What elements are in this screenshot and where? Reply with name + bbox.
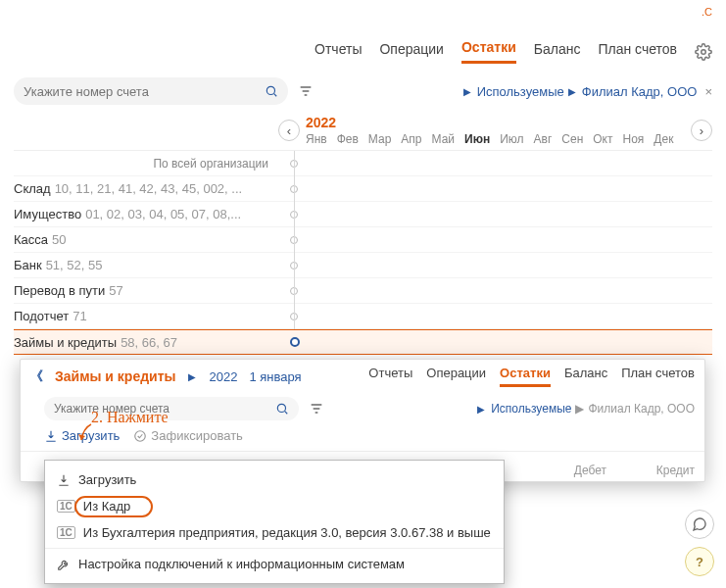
menu-label: Из Кадр <box>83 499 131 514</box>
row-name: Склад <box>14 181 51 196</box>
month[interactable]: Сен <box>561 132 583 146</box>
search-icon[interactable] <box>265 84 278 98</box>
panel-year[interactable]: 2022 <box>210 369 238 384</box>
ptab-balance[interactable]: Баланс <box>564 366 607 387</box>
tab-chart-of-accounts[interactable]: План счетов <box>598 41 677 63</box>
svg-point-7 <box>277 404 285 412</box>
panel-title: Займы и кредиты <box>55 368 176 384</box>
chat-icon <box>692 516 707 532</box>
wrench-icon <box>57 558 71 571</box>
month[interactable]: Ноя <box>622 132 644 146</box>
annotation-2: 2. Нажмите <box>91 409 169 426</box>
month[interactable]: Апр <box>401 132 421 146</box>
row-codes: 58, 66, 67 <box>121 335 177 350</box>
chevron-right-icon: ▶ <box>477 404 485 415</box>
month[interactable]: Фев <box>337 132 359 146</box>
breadcrumb: ▶ Используемые ▶ Филиал Кадр, ООО × <box>463 84 712 99</box>
detail-panel: 《 Займы и кредиты ▶ 2022 1 января Отчеты… <box>20 359 705 482</box>
download-icon <box>57 473 71 487</box>
dropdown-menu: Загрузить 1C Из Кадр 1C Из Бухгалтерия п… <box>44 460 505 584</box>
tab-reports[interactable]: Отчеты <box>315 41 362 63</box>
top-tabs: Отчеты Операции Остатки Баланс План счет… <box>0 0 726 72</box>
row-name: Перевод в пути <box>14 283 105 298</box>
row-name: Займы и кредиты <box>14 335 117 350</box>
close-icon[interactable]: × <box>704 84 712 99</box>
help-button[interactable]: ? <box>685 547 714 576</box>
menu-from-buh[interactable]: 1C Из Бухгалтерия предприятия, редакция … <box>45 519 504 546</box>
menu-settings[interactable]: Настройка подключений к информационным с… <box>45 551 504 577</box>
list-item[interactable]: Имущество01, 02, 03, 04, 05, 07, 08,... <box>14 202 712 227</box>
accounts-list: По всей организации Склад10, 11, 21, 41,… <box>0 151 726 355</box>
crumb-branch[interactable]: Филиал Кадр, ООО <box>582 84 698 99</box>
svg-line-2 <box>274 94 277 97</box>
month[interactable]: Дек <box>653 132 673 146</box>
fix-button[interactable]: Зафиксировать <box>133 428 243 443</box>
list-item-selected[interactable]: Займы и кредиты58, 66, 67 1. Выберите <box>14 329 712 355</box>
row-codes: 01, 02, 03, 04, 05, 07, 08,... <box>85 207 241 221</box>
chat-button[interactable] <box>685 510 714 539</box>
month[interactable]: Июл <box>500 132 523 146</box>
year-label: 2022 <box>306 115 691 130</box>
list-item[interactable]: Касса50 <box>14 227 712 253</box>
crumb-used[interactable]: Используемые <box>477 84 564 99</box>
month[interactable]: Май <box>432 132 456 146</box>
list-item[interactable]: Подотчет71 <box>14 304 712 329</box>
1c-icon: 1C <box>57 526 75 539</box>
chevron-right-icon: ▶ <box>568 86 576 97</box>
check-circle-icon <box>133 429 147 443</box>
year-bar: ‹ 2022 Янв Фев Мар Апр Май Июн Июл Авг С… <box>0 111 726 146</box>
row-name: Имущество <box>14 207 81 221</box>
timeline-dot-selected[interactable] <box>290 337 300 347</box>
search-input[interactable] <box>24 84 265 99</box>
panel-search-wrap[interactable] <box>44 397 299 420</box>
prev-year-button[interactable]: ‹ <box>278 120 300 141</box>
search-icon[interactable] <box>275 402 289 416</box>
svg-point-13 <box>135 430 146 441</box>
row-name: Банк <box>14 258 42 272</box>
next-year-button[interactable]: › <box>691 120 712 141</box>
tab-balances[interactable]: Остатки <box>461 39 516 64</box>
menu-label: Загрузить <box>78 472 136 487</box>
row-codes: 51, 52, 55 <box>46 258 103 272</box>
col-debit: Дебет <box>518 464 606 477</box>
row-codes: 10, 11, 21, 41, 42, 43, 45, 002, ... <box>55 181 243 196</box>
indicator: .C <box>702 6 712 18</box>
filter-icon[interactable] <box>298 83 314 99</box>
panel-breadcrumb: ▶ Используемые ▶ Филиал Кадр, ООО <box>477 402 695 416</box>
back-button[interactable]: 《 <box>30 368 43 385</box>
month[interactable]: Окт <box>593 132 612 146</box>
list-item[interactable]: Банк51, 52, 55 <box>14 253 712 278</box>
month[interactable]: Авг <box>534 132 553 146</box>
search-input-wrap[interactable] <box>14 77 288 105</box>
chevron-right-icon: ▶ <box>575 402 584 416</box>
panel-date[interactable]: 1 января <box>249 369 301 384</box>
month[interactable]: Янв <box>306 132 327 146</box>
panel-header: 《 Займы и кредиты ▶ 2022 1 января Отчеты… <box>21 360 704 393</box>
month-current[interactable]: Июн <box>464 132 490 146</box>
panel-actions: 2. Нажмите Загрузить Зафиксировать <box>21 424 704 451</box>
ptab-balances[interactable]: Остатки <box>500 366 551 387</box>
panel-tabs: Отчеты Операции Остатки Баланс План счет… <box>368 366 695 387</box>
menu-from-kadr[interactable]: 1C Из Кадр <box>45 493 504 519</box>
menu-label: Настройка подключений к информационным с… <box>78 557 405 571</box>
panel-crumb-branch: Филиал Кадр, ООО <box>588 402 695 416</box>
row-name: Подотчет <box>14 309 69 323</box>
chevron-right-icon: ▶ <box>463 86 471 97</box>
ptab-chart[interactable]: План счетов <box>621 366 695 387</box>
ptab-reports[interactable]: Отчеты <box>368 366 412 387</box>
month[interactable]: Мар <box>368 132 391 146</box>
list-item[interactable]: Склад10, 11, 21, 41, 42, 43, 45, 002, ..… <box>14 176 712 202</box>
menu-load[interactable]: Загрузить <box>45 466 504 493</box>
list-item[interactable]: Перевод в пути57 <box>14 278 712 304</box>
ptab-operations[interactable]: Операции <box>426 366 486 387</box>
col-credit: Кредит <box>606 464 695 477</box>
tab-balance[interactable]: Баланс <box>534 41 581 63</box>
filter-icon[interactable] <box>309 401 324 416</box>
menu-label: Из Бухгалтерия предприятия, редакция 3.0… <box>83 525 491 540</box>
annotation-arrow-icon <box>77 422 95 444</box>
filter-bar: ▶ Используемые ▶ Филиал Кадр, ООО × <box>0 72 726 111</box>
gear-icon[interactable] <box>695 43 712 61</box>
tab-operations[interactable]: Операции <box>379 41 444 63</box>
svg-line-8 <box>285 412 288 415</box>
panel-crumb-used[interactable]: Используемые <box>491 402 571 416</box>
